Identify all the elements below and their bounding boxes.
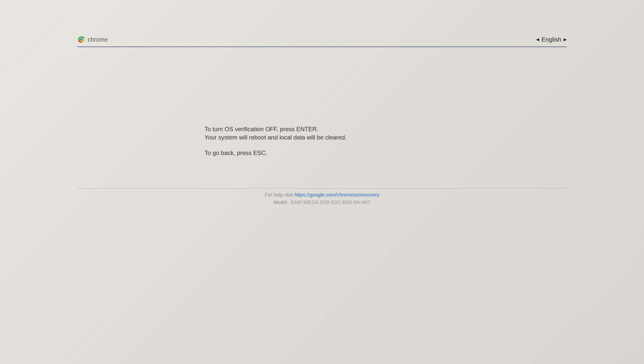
- help-url: https://google.com/chromeos/recovery: [294, 192, 379, 198]
- language-next-icon[interactable]: ▶: [564, 37, 567, 42]
- message-block-1: To turn OS verification OFF, press ENTER…: [204, 125, 518, 141]
- logo-section: chrome: [77, 36, 108, 44]
- message-content: To turn OS verification OFF, press ENTER…: [204, 125, 518, 157]
- main-container: chrome ◀ English ▶ To turn OS verificati…: [77, 36, 567, 157]
- svg-point-2: [80, 38, 83, 41]
- chrome-logo-icon: [77, 36, 85, 44]
- message-line-1: To turn OS verification OFF, press ENTER…: [204, 125, 518, 133]
- model-label: Model: [274, 200, 287, 205]
- language-prev-icon[interactable]: ◀: [536, 37, 539, 42]
- help-label: For help visit: [265, 192, 293, 198]
- language-label: English: [542, 36, 561, 43]
- message-line-2: Your system will reboot and local data w…: [204, 133, 518, 141]
- model-line: Model BABYMEGA D5B-B2C-B4S-8A-A67: [77, 199, 567, 206]
- message-block-2: To go back, press ESC.: [204, 149, 518, 157]
- footer: For help visit https://google.com/chrome…: [77, 188, 567, 206]
- header-bar: chrome ◀ English ▶: [77, 36, 567, 47]
- brand-text: chrome: [88, 36, 108, 43]
- help-line: For help visit https://google.com/chrome…: [77, 191, 567, 199]
- model-value: BABYMEGA D5B-B2C-B4S-8A-A67: [291, 200, 370, 205]
- language-selector[interactable]: ◀ English ▶: [536, 36, 567, 43]
- message-line-3: To go back, press ESC.: [204, 149, 518, 157]
